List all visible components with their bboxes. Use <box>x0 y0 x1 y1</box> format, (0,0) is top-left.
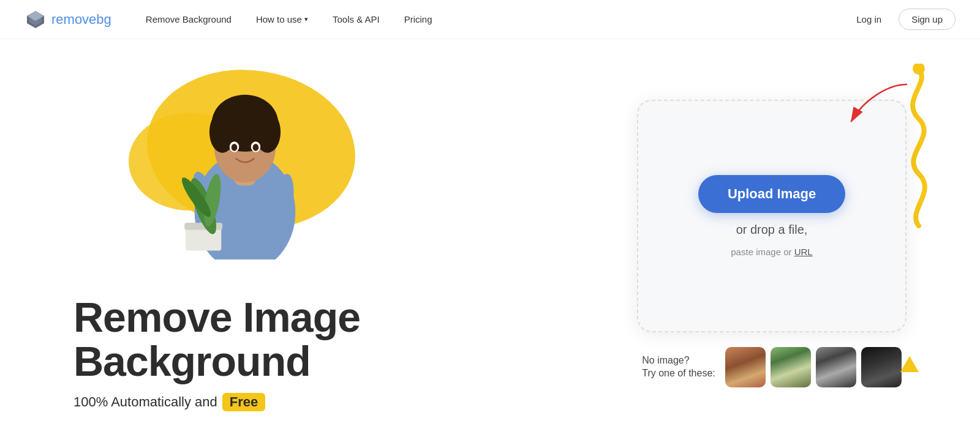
logo-icon <box>24 9 47 31</box>
hero-title: Remove Image Background <box>74 296 514 383</box>
login-button[interactable]: Log in <box>846 9 891 29</box>
nav-pricing[interactable]: Pricing <box>394 9 442 29</box>
nav-actions: Log in Sign up <box>846 9 956 30</box>
left-section: Remove Image Background 100% Automatical… <box>0 39 564 448</box>
drop-text: or drop a file, <box>736 223 808 237</box>
sample-thumb-dog[interactable] <box>771 347 811 387</box>
hero-text: Remove Image Background 100% Automatical… <box>74 296 514 411</box>
upload-image-button[interactable]: Upload Image <box>698 175 845 213</box>
svg-marker-23 <box>900 356 919 372</box>
upload-dropzone[interactable]: Upload Image or drop a file, paste image… <box>637 100 907 332</box>
nav-tools-api[interactable]: Tools & API <box>323 9 390 29</box>
navbar: removebg Remove Background How to use ▾ … <box>0 0 980 39</box>
sample-thumb-woman[interactable] <box>725 347 766 387</box>
deco-triangle <box>900 356 919 375</box>
signup-button[interactable]: Sign up <box>899 9 956 30</box>
right-section: Upload Image or drop a file, paste image… <box>564 39 980 448</box>
sample-thumb-car[interactable] <box>816 347 856 387</box>
logo-text: removebg <box>51 12 111 28</box>
svg-point-9 <box>216 99 275 134</box>
chevron-down-icon: ▾ <box>304 15 308 23</box>
url-link[interactable]: URL <box>794 247 813 257</box>
nav-remove-background[interactable]: Remove Background <box>136 9 241 29</box>
samples-label: No image? Try one of these: <box>642 354 715 380</box>
main-content: Remove Image Background 100% Automatical… <box>0 39 980 448</box>
sample-thumb-phone[interactable] <box>861 347 902 387</box>
hero-subtitle: 100% Automatically and Free <box>74 393 514 411</box>
logo[interactable]: removebg <box>24 9 111 31</box>
hero-image-area <box>123 51 380 259</box>
samples-row: No image? Try one of these: <box>642 347 901 387</box>
svg-point-13 <box>253 144 259 151</box>
person-svg <box>165 70 325 259</box>
free-badge: Free <box>222 393 265 411</box>
nav-links: Remove Background How to use ▾ Tools & A… <box>136 9 846 29</box>
red-arrow-decoration <box>845 81 919 130</box>
sample-thumbs <box>725 347 902 387</box>
svg-point-12 <box>232 144 238 151</box>
nav-how-to-use[interactable]: How to use ▾ <box>246 9 318 29</box>
hero-person <box>159 64 331 259</box>
paste-text: paste image or URL <box>731 247 812 257</box>
